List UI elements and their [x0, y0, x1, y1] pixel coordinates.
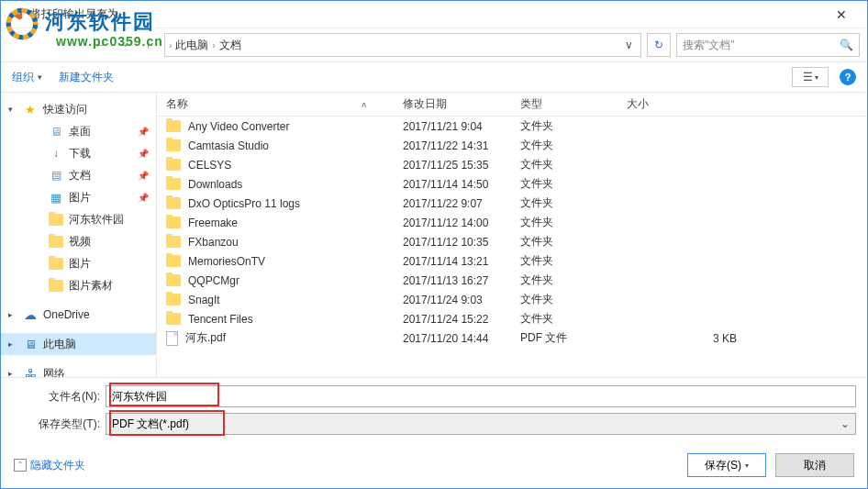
file-row[interactable]: Tencent Files2017/11/24 15:22文件夹: [157, 309, 867, 328]
column-headers: 名称 ʌ 修改日期 类型 大小: [157, 93, 867, 117]
nav-forward-button[interactable]: →: [113, 34, 135, 56]
sidebar-item-label: 文档: [69, 168, 91, 183]
sidebar-item[interactable]: 视频: [27, 230, 156, 252]
file-name: MemoriesOnTV: [188, 255, 265, 268]
nav-back-button[interactable]: ←: [89, 34, 111, 56]
file-name: Any Video Converter: [188, 120, 290, 133]
nav-bar: ← → ↑ › 此电脑 › 文档 ∨ ↻ 搜索"文档" 🔍: [1, 28, 867, 61]
chevron-down-icon: ⌄: [840, 417, 850, 430]
file-row[interactable]: DxO OpticsPro 11 logs2017/11/22 9:07文件夹: [157, 194, 867, 213]
sidebar-item-label: 视频: [69, 234, 91, 250]
sidebar: ▾ ★ 快速访问 🖥桌面📌↓下载📌▤文档📌▦图片📌河东软件园视频图片图片素材 ▸…: [1, 93, 157, 377]
sidebar-item[interactable]: ▤文档📌: [27, 164, 156, 186]
desktop-icon: 🖥: [49, 124, 63, 139]
hide-folders-link[interactable]: ˄ 隐藏文件夹: [14, 458, 85, 473]
file-type: 文件夹: [511, 253, 618, 269]
new-folder-button[interactable]: 新建文件夹: [59, 70, 114, 85]
sidebar-item[interactable]: 河东软件园: [27, 208, 156, 230]
sidebar-item[interactable]: ↓下载📌: [27, 142, 156, 164]
file-row[interactable]: Any Video Converter2017/11/21 9:04文件夹: [157, 117, 867, 136]
sidebar-item[interactable]: 图片素材: [27, 274, 156, 296]
this-pc-item[interactable]: ▸ 🖥 此电脑: [1, 333, 156, 355]
chevron-right-icon: ▸: [8, 369, 17, 377]
refresh-button[interactable]: ↻: [647, 33, 671, 57]
file-date: 2017/11/13 16:27: [394, 274, 511, 287]
column-name[interactable]: 名称 ʌ: [157, 96, 394, 112]
onedrive-item[interactable]: ▸ ☁ OneDrive: [1, 304, 156, 326]
sidebar-item[interactable]: 图片: [27, 252, 156, 274]
file-list: 名称 ʌ 修改日期 类型 大小 Any Video Converter2017/…: [157, 93, 867, 377]
folder-icon: [49, 256, 63, 271]
filename-input[interactable]: 河东软件园: [106, 385, 856, 407]
view-options-button[interactable]: ☰ ▾: [792, 67, 829, 87]
column-date[interactable]: 修改日期: [394, 96, 511, 112]
file-name: Camtasia Studio: [188, 139, 269, 152]
file-date: 2017/11/22 9:07: [394, 197, 511, 210]
folder-icon: [166, 236, 181, 248]
file-date: 2017/11/12 14:00: [394, 217, 511, 229]
file-row[interactable]: FXbanzou2017/11/12 10:35文件夹: [157, 232, 867, 251]
file-date: 2017/11/14 14:50: [394, 178, 511, 191]
search-placeholder: 搜索"文档": [683, 38, 840, 53]
sidebar-item-label: 下载: [69, 146, 91, 161]
search-icon[interactable]: 🔍: [840, 39, 853, 51]
sidebar-item[interactable]: ▦图片📌: [27, 186, 156, 208]
save-button[interactable]: 保存(S) ▾: [687, 453, 766, 477]
network-icon: 🖧: [23, 366, 38, 377]
column-type[interactable]: 类型: [511, 96, 618, 112]
file-row[interactable]: MemoriesOnTV2017/11/14 13:21文件夹: [157, 251, 867, 271]
file-type: 文件夹: [511, 138, 618, 153]
file-type: 文件夹: [511, 118, 618, 134]
file-name: Downloads: [188, 178, 242, 191]
help-button[interactable]: ?: [840, 69, 856, 85]
network-item[interactable]: ▸ 🖧 网络: [1, 362, 156, 377]
search-input[interactable]: 搜索"文档" 🔍: [676, 33, 860, 57]
star-icon: ★: [23, 102, 38, 117]
file-icon: [166, 331, 178, 346]
file-row[interactable]: 河东.pdf2017/11/20 14:44PDF 文件3 KB: [157, 328, 867, 348]
file-row[interactable]: Camtasia Studio2017/11/22 14:31文件夹: [157, 136, 867, 155]
file-row[interactable]: Freemake2017/11/12 14:00文件夹: [157, 213, 867, 232]
organize-menu[interactable]: 组织 ▾: [12, 70, 42, 85]
chevron-up-icon: ˄: [14, 459, 27, 472]
breadcrumb-segment[interactable]: 文档: [219, 38, 241, 53]
toolbar: 组织 ▾ 新建文件夹 ☰ ▾ ?: [1, 61, 867, 93]
chevron-right-icon: ›: [212, 40, 215, 50]
cancel-button[interactable]: 取消: [775, 453, 854, 477]
nav-up-button[interactable]: ↑: [137, 34, 159, 56]
chevron-down-icon: ▾: [8, 105, 17, 114]
file-date: 2017/11/12 10:35: [394, 236, 511, 249]
titlebar: 将打印输出另存为 ✕: [1, 1, 867, 28]
file-row[interactable]: CELSYS2017/11/25 15:35文件夹: [157, 155, 867, 174]
file-row[interactable]: Downloads2017/11/14 14:50文件夹: [157, 174, 867, 194]
quick-access-header[interactable]: ▾ ★ 快速访问: [1, 98, 156, 120]
breadcrumb-dropdown[interactable]: ∨: [621, 39, 637, 51]
column-size[interactable]: 大小: [618, 96, 746, 112]
pin-icon: 📌: [138, 127, 149, 137]
file-date: 2017/11/21 9:04: [394, 120, 511, 133]
folder-icon: [166, 255, 181, 267]
filetype-select[interactable]: PDF 文档(*.pdf) ⌄: [106, 413, 856, 435]
folder-icon: [166, 120, 181, 132]
file-name: Freemake: [188, 217, 238, 229]
breadcrumb[interactable]: › 此电脑 › 文档 ∨: [164, 33, 641, 57]
chevron-down-icon: ▾: [815, 73, 818, 82]
close-button[interactable]: ✕: [823, 2, 860, 28]
file-type: 文件夹: [511, 234, 618, 250]
pin-icon: 📌: [138, 193, 149, 203]
chevron-down-icon: ▾: [38, 72, 42, 82]
folder-icon: [49, 234, 63, 249]
file-date: 2017/11/24 15:22: [394, 313, 511, 326]
cloud-icon: ☁: [23, 307, 38, 322]
file-date: 2017/11/20 14:44: [394, 332, 511, 345]
filename-label: 文件名(N):: [12, 389, 106, 405]
file-row[interactable]: SnagIt2017/11/24 9:03文件夹: [157, 290, 867, 309]
file-row[interactable]: QQPCMgr2017/11/13 16:27文件夹: [157, 271, 867, 290]
folder-icon: [166, 217, 181, 228]
breadcrumb-segment[interactable]: 此电脑: [175, 38, 208, 53]
sidebar-item[interactable]: 🖥桌面📌: [27, 120, 156, 142]
chevron-down-icon: ▾: [745, 461, 749, 470]
chevron-right-icon: ▸: [8, 339, 17, 349]
document-icon: ▤: [49, 168, 63, 183]
file-name: DxO OpticsPro 11 logs: [188, 197, 300, 210]
